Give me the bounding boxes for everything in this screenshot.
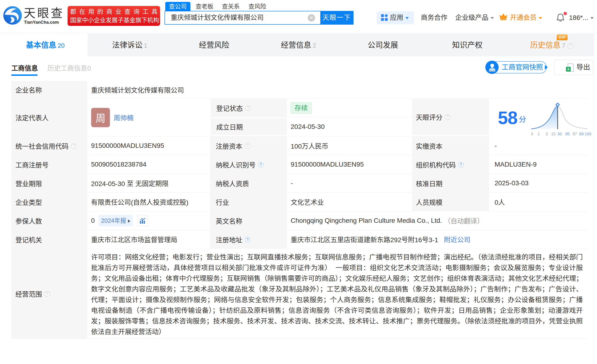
svg-text:3: 3 xyxy=(546,132,548,136)
svg-text:99: 99 xyxy=(579,132,584,136)
svg-text:15: 15 xyxy=(551,132,556,136)
svg-text:30: 30 xyxy=(558,132,562,136)
svg-text:1: 1 xyxy=(537,132,540,136)
svg-text:100: 100 xyxy=(585,132,591,136)
svg-text:97: 97 xyxy=(573,132,577,136)
svg-text:X: X xyxy=(567,67,569,71)
svg-text:85: 85 xyxy=(566,132,570,136)
svg-text:0: 0 xyxy=(531,132,533,136)
